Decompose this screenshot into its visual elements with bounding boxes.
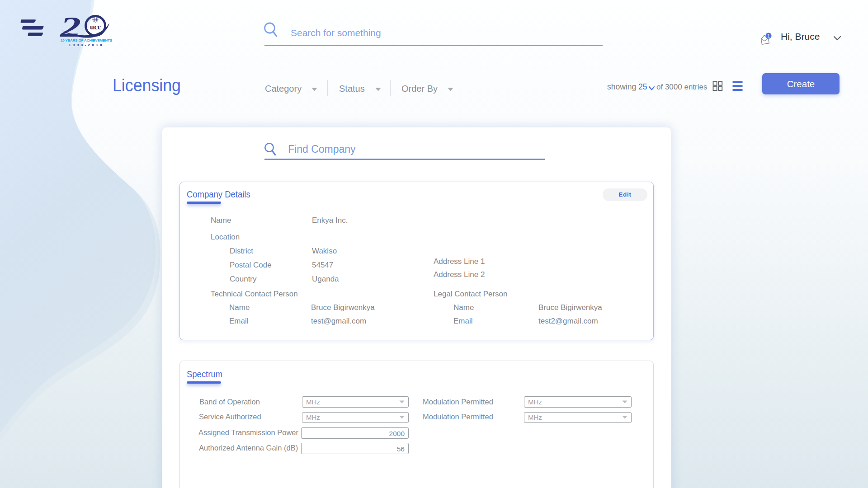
- svg-text:1998-2018: 1998-2018: [69, 43, 104, 47]
- svg-text:20 YEARS OF ACHIEVEMENTS: 20 YEARS OF ACHIEVEMENTS: [61, 38, 113, 42]
- svg-text:1: 1: [767, 33, 770, 38]
- svg-text:ucc: ucc: [90, 23, 101, 31]
